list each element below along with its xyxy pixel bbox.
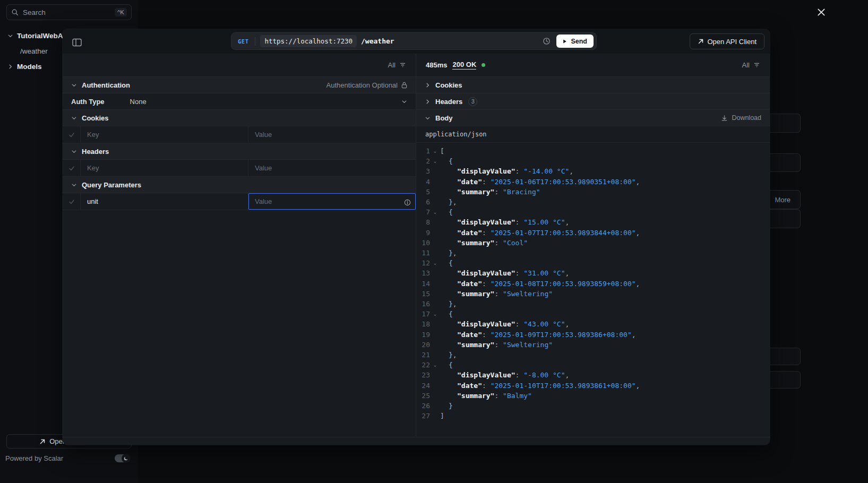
- fold-spacer: [430, 217, 440, 227]
- info-icon[interactable]: [404, 197, 411, 207]
- check-icon: [68, 165, 75, 171]
- check-icon: [68, 132, 75, 138]
- fold-spacer: [430, 177, 440, 187]
- code-line: 7⌄{: [416, 207, 770, 217]
- response-body-json[interactable]: 1⌄[2⌄{3"displayValue": "-14.00 °C",4"dat…: [416, 143, 770, 437]
- line-number: 16: [420, 299, 430, 309]
- modal-footer: [63, 437, 770, 445]
- response-body-section-header[interactable]: Body Download: [416, 110, 770, 126]
- fold-spacer: [430, 248, 440, 258]
- query-key-input[interactable]: [81, 193, 248, 210]
- cookies-section-header[interactable]: Cookies: [63, 110, 416, 126]
- code-line: 20"summary": "Sweltering": [416, 340, 770, 350]
- code-text: "date": "2025-01-10T17:00:53.9893861+08:…: [440, 381, 640, 391]
- code-text: "displayValue": "15.00 °C",: [440, 217, 569, 227]
- cookie-key-input[interactable]: [81, 126, 248, 143]
- line-number: 20: [420, 340, 430, 350]
- http-method[interactable]: GET: [231, 38, 255, 45]
- sidebar-toggle-icon: [72, 38, 82, 47]
- fold-spacer: [430, 391, 440, 401]
- code-text: "summary": "Balmy": [440, 391, 532, 401]
- section-title: Headers: [435, 98, 462, 106]
- code-line: 25"summary": "Balmy": [416, 391, 770, 401]
- auth-type-select[interactable]: None: [130, 98, 147, 106]
- code-line: 11},: [416, 248, 770, 258]
- fold-spacer: [430, 370, 440, 380]
- row-enabled-checkbox[interactable]: [63, 126, 81, 143]
- code-text: "date": "2025-01-07T17:00:53.9893844+08:…: [440, 228, 640, 238]
- base-url[interactable]: https://localhost:7230: [260, 35, 357, 47]
- row-enabled-checkbox[interactable]: [63, 160, 81, 176]
- powered-by-scalar[interactable]: Powered by Scalar: [5, 454, 63, 462]
- line-number: 15: [420, 289, 430, 299]
- code-line: 26}: [416, 401, 770, 411]
- sidebar-toggle-button[interactable]: [72, 37, 82, 47]
- code-text: },: [440, 350, 457, 360]
- line-number: 2: [420, 156, 430, 166]
- line-number: 27: [420, 411, 430, 421]
- code-line: 9"date": "2025-01-07T17:00:53.9893844+08…: [416, 228, 770, 238]
- url-path-input[interactable]: /weather: [361, 37, 543, 45]
- row-enabled-checkbox[interactable]: [63, 193, 81, 210]
- code-text: },: [440, 299, 457, 309]
- line-number: 17: [420, 309, 430, 319]
- auth-optional-label: Authentication Optional: [326, 81, 398, 89]
- api-client-modal: GET https://localhost:7230 /weather Send…: [63, 29, 770, 445]
- response-status-code[interactable]: 200 OK: [452, 61, 476, 70]
- headers-count-badge: 3: [468, 97, 477, 106]
- chevron-down-icon[interactable]: [401, 99, 407, 105]
- code-line: 15"summary": "Sweltering": [416, 289, 770, 299]
- query-value-input[interactable]: [248, 193, 416, 210]
- code-text: {: [440, 309, 453, 319]
- chevron-right-icon: [425, 99, 431, 105]
- response-cookies-section-header[interactable]: Cookies: [416, 77, 770, 93]
- check-icon: [68, 199, 75, 205]
- code-line: 12⌄{: [416, 258, 770, 268]
- fold-spacer: [430, 238, 440, 248]
- code-text: "summary": "Bracing": [440, 187, 540, 197]
- fold-chevron-icon[interactable]: ⌄: [430, 146, 440, 156]
- fold-chevron-icon[interactable]: ⌄: [430, 309, 440, 319]
- line-number: 18: [420, 319, 430, 329]
- history-button[interactable]: [543, 37, 551, 45]
- line-number: 10: [420, 238, 430, 248]
- response-filter-all[interactable]: All: [742, 61, 760, 69]
- fold-chevron-icon[interactable]: ⌄: [430, 207, 440, 217]
- line-number: 14: [420, 279, 430, 289]
- line-number: 4: [420, 177, 430, 187]
- fold-chevron-icon[interactable]: ⌄: [430, 360, 440, 370]
- code-line: 22⌄{: [416, 360, 770, 370]
- open-api-client-button[interactable]: Open API Client: [690, 33, 765, 49]
- chevron-down-icon: [425, 115, 431, 121]
- fold-spacer: [430, 411, 440, 421]
- query-parameters-section-header[interactable]: Query Parameters: [63, 177, 416, 193]
- request-filter-all[interactable]: All: [388, 61, 406, 69]
- code-text: {: [440, 360, 453, 370]
- address-bar[interactable]: GET https://localhost:7230 /weather Send: [231, 32, 597, 50]
- fold-chevron-icon[interactable]: ⌄: [430, 156, 440, 166]
- fold-spacer: [430, 350, 440, 360]
- header-value-input[interactable]: [248, 160, 416, 176]
- fold-chevron-icon[interactable]: ⌄: [430, 258, 440, 268]
- header-key-input[interactable]: [81, 160, 248, 176]
- code-line: 2⌄{: [416, 156, 770, 166]
- fold-spacer: [430, 299, 440, 309]
- download-button[interactable]: Download: [721, 114, 761, 122]
- line-number: 3: [420, 166, 430, 176]
- code-line: 14"date": "2025-01-08T17:00:53.9893859+0…: [416, 279, 770, 289]
- code-text: "displayValue": "31.00 °C",: [440, 268, 569, 278]
- auth-type-label: Auth Type: [71, 98, 105, 106]
- response-headers-section-header[interactable]: Headers 3: [416, 93, 770, 110]
- send-button[interactable]: Send: [556, 34, 594, 48]
- headers-section-header[interactable]: Headers: [63, 143, 416, 160]
- authentication-section-header[interactable]: Authentication Authentication Optional: [63, 77, 416, 93]
- code-line: 23"displayValue": "-8.00 °C",: [416, 370, 770, 380]
- code-text: "displayValue": "-14.00 °C",: [440, 166, 573, 176]
- fold-spacer: [430, 319, 440, 329]
- close-button[interactable]: [814, 5, 828, 19]
- section-title: Authentication: [82, 81, 130, 89]
- cookie-value-input[interactable]: [248, 126, 416, 143]
- fold-spacer: [430, 197, 440, 207]
- dark-mode-toggle[interactable]: [115, 454, 130, 462]
- search-input[interactable]: Search ^K: [6, 4, 132, 20]
